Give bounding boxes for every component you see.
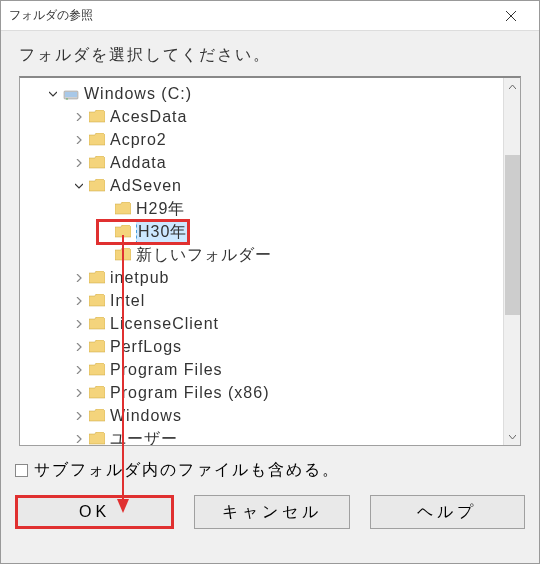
- chevron-up-icon: [509, 85, 516, 89]
- tree-item-folder[interactable]: AcesData: [22, 105, 518, 128]
- tree-item-label: Addata: [110, 151, 167, 174]
- tree-item-label: Program Files (x86): [110, 381, 269, 404]
- svg-point-4: [66, 98, 68, 100]
- expander-closed-icon[interactable]: [72, 271, 86, 285]
- tree-item-label: Acpro2: [110, 128, 167, 151]
- expander-none: [98, 248, 112, 262]
- tree-item-label: Intel: [110, 289, 145, 312]
- tree-item-label: Program Files: [110, 358, 223, 381]
- tree-item-folder[interactable]: Acpro2: [22, 128, 518, 151]
- tree-item-label: AdSeven: [110, 174, 182, 197]
- svg-rect-3: [65, 92, 77, 97]
- cancel-button[interactable]: キャンセル: [194, 495, 349, 529]
- folder-tree[interactable]: Windows (C:)AcesDataAcpro2AddataAdSevenH…: [19, 76, 521, 446]
- tree-item-folder[interactable]: PerfLogs: [22, 335, 518, 358]
- expander-closed-icon[interactable]: [72, 110, 86, 124]
- tree-item-folder[interactable]: Program Files (x86): [22, 381, 518, 404]
- expander-none: [98, 225, 112, 239]
- tree-item-label: Windows: [110, 404, 182, 427]
- tree-item-label: H29年: [136, 197, 185, 220]
- folder-icon: [88, 385, 106, 401]
- tree-item-label: Windows (C:): [84, 82, 192, 105]
- expander-closed-icon[interactable]: [72, 317, 86, 331]
- expander-closed-icon[interactable]: [72, 386, 86, 400]
- tree-item-folder[interactable]: AdSeven: [22, 174, 518, 197]
- help-button[interactable]: ヘルプ: [370, 495, 525, 529]
- tree-item-label: AcesData: [110, 105, 187, 128]
- tree-item-label: PerfLogs: [110, 335, 182, 358]
- tree-item-folder[interactable]: 新しいフォルダー: [22, 243, 518, 266]
- ok-button[interactable]: OK: [15, 495, 174, 529]
- titlebar-text: フォルダの参照: [9, 7, 93, 24]
- include-subfolders-checkbox[interactable]: [15, 464, 28, 477]
- include-subfolders-label[interactable]: サブフォルダ内のファイルも含める。: [15, 460, 525, 481]
- folder-icon: [88, 270, 106, 286]
- tree-item-drive[interactable]: Windows (C:): [22, 82, 518, 105]
- folder-icon: [88, 109, 106, 125]
- tree-item-folder[interactable]: Program Files: [22, 358, 518, 381]
- scroll-down-button[interactable]: [504, 428, 521, 445]
- tree-item-label: LicenseClient: [110, 312, 219, 335]
- folder-icon: [88, 155, 106, 171]
- drive-icon: [62, 86, 80, 102]
- tree-item-folder[interactable]: Addata: [22, 151, 518, 174]
- include-subfolders-row: サブフォルダ内のファイルも含める。: [1, 460, 539, 495]
- folder-icon: [88, 362, 106, 378]
- expander-none: [98, 202, 112, 216]
- folder-icon: [88, 408, 106, 424]
- folder-icon: [114, 224, 132, 240]
- expander-open-icon[interactable]: [72, 179, 86, 193]
- expander-closed-icon[interactable]: [72, 340, 86, 354]
- scrollbar-thumb[interactable]: [505, 155, 520, 315]
- folder-icon: [114, 201, 132, 217]
- tree-item-folder[interactable]: H29年: [22, 197, 518, 220]
- folder-icon: [88, 178, 106, 194]
- instruction-label: フォルダを選択してください。: [1, 31, 539, 76]
- expander-closed-icon[interactable]: [72, 409, 86, 423]
- folder-icon: [88, 132, 106, 148]
- tree-item-folder[interactable]: LicenseClient: [22, 312, 518, 335]
- tree-item-label: H30年: [136, 219, 189, 244]
- folder-icon: [114, 247, 132, 263]
- close-button[interactable]: [491, 2, 531, 30]
- tree-item-label: inetpub: [110, 266, 170, 289]
- expander-closed-icon[interactable]: [72, 133, 86, 147]
- button-row: OK キャンセル ヘルプ: [1, 495, 539, 543]
- tree-item-folder[interactable]: Windows: [22, 404, 518, 427]
- expander-open-icon[interactable]: [46, 87, 60, 101]
- tree-item-label: ユーザー: [110, 427, 178, 446]
- chevron-down-icon: [509, 435, 516, 439]
- folder-icon: [88, 293, 106, 309]
- folder-browse-dialog: フォルダの参照 フォルダを選択してください。 Windows (C:)AcesD…: [0, 0, 540, 564]
- expander-closed-icon[interactable]: [72, 294, 86, 308]
- tree-item-folder[interactable]: H30年: [22, 220, 518, 243]
- folder-icon: [88, 316, 106, 332]
- expander-closed-icon[interactable]: [72, 432, 86, 446]
- folder-icon: [88, 431, 106, 447]
- tree-item-folder[interactable]: Intel: [22, 289, 518, 312]
- folder-icon: [88, 339, 106, 355]
- tree-item-label: 新しいフォルダー: [136, 243, 272, 266]
- scroll-up-button[interactable]: [504, 78, 521, 95]
- vertical-scrollbar[interactable]: [503, 78, 520, 445]
- expander-closed-icon[interactable]: [72, 156, 86, 170]
- tree-item-folder[interactable]: inetpub: [22, 266, 518, 289]
- close-icon: [506, 11, 516, 21]
- titlebar: フォルダの参照: [1, 1, 539, 31]
- expander-closed-icon[interactable]: [72, 363, 86, 377]
- tree-item-folder[interactable]: ユーザー: [22, 427, 518, 446]
